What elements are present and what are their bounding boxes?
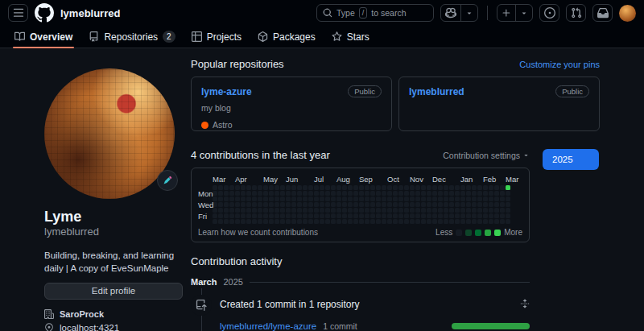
contribution-cell[interactable] [382, 197, 386, 201]
contribution-cell[interactable] [506, 213, 510, 218]
create-new-dropdown-caret[interactable] [515, 5, 532, 21]
pull-requests-button[interactable] [566, 4, 586, 22]
contribution-cell[interactable] [500, 191, 505, 196]
contribution-cell[interactable] [336, 191, 341, 196]
contribution-cell[interactable] [229, 197, 234, 201]
contribution-cell[interactable] [393, 219, 398, 224]
contribution-cell[interactable] [466, 219, 471, 224]
contribution-cell[interactable] [427, 202, 431, 207]
contribution-cell[interactable] [297, 202, 302, 207]
contribution-cell[interactable] [286, 197, 291, 201]
status-emoji-badge[interactable] [157, 170, 178, 191]
contribution-cell[interactable] [489, 202, 493, 207]
contribution-cell[interactable] [263, 202, 268, 207]
contribution-cell[interactable] [421, 202, 426, 207]
contribution-cell[interactable] [258, 185, 262, 190]
contribution-cell[interactable] [466, 197, 471, 201]
contribution-cell[interactable] [286, 213, 291, 218]
contribution-cell[interactable] [325, 202, 330, 207]
contribution-cell[interactable] [258, 197, 262, 201]
contribution-cell[interactable] [218, 213, 223, 218]
contribution-cell[interactable] [444, 191, 448, 196]
contribution-cell[interactable] [291, 213, 296, 218]
contribution-cell[interactable] [387, 197, 392, 201]
contribution-cell[interactable] [460, 202, 465, 207]
contribution-cell[interactable] [308, 208, 313, 213]
inbox-button[interactable] [592, 4, 613, 22]
contribution-cell[interactable] [280, 191, 285, 196]
contribution-cell[interactable] [224, 185, 229, 190]
contribution-cell[interactable] [398, 219, 403, 224]
contribution-cell[interactable] [506, 208, 510, 213]
contribution-cell[interactable] [308, 191, 313, 196]
contribution-cell[interactable] [359, 219, 364, 224]
edit-profile-button[interactable]: Edit profile [44, 283, 183, 300]
tab-stars[interactable]: Stars [324, 26, 378, 48]
contribution-cell[interactable] [348, 185, 353, 190]
contribution-cell[interactable] [398, 213, 403, 218]
contribution-cell[interactable] [269, 208, 274, 213]
contribution-cell[interactable] [393, 208, 398, 213]
contribution-cell[interactable] [506, 185, 510, 190]
contribution-cell[interactable] [438, 197, 443, 201]
contribution-cell[interactable] [314, 213, 319, 218]
contribution-cell[interactable] [421, 219, 426, 224]
contribution-cell[interactable] [252, 197, 257, 201]
contribution-cell[interactable] [348, 208, 353, 213]
contribution-cell[interactable] [320, 213, 324, 218]
contribution-cell[interactable] [308, 185, 313, 190]
contribution-cell[interactable] [303, 219, 308, 224]
contribution-cell[interactable] [258, 191, 262, 196]
contribution-cell[interactable] [241, 185, 246, 190]
contribution-cell[interactable] [275, 213, 279, 218]
contribution-cell[interactable] [359, 191, 364, 196]
tab-packages[interactable]: Packages [250, 26, 324, 48]
contribution-cell[interactable] [444, 208, 448, 213]
contribution-cell[interactable] [291, 202, 296, 207]
contribution-cell[interactable] [427, 185, 431, 190]
contribution-cell[interactable] [365, 219, 369, 224]
contribution-cell[interactable] [427, 191, 431, 196]
contribution-cell[interactable] [483, 197, 488, 201]
contribution-cell[interactable] [235, 185, 240, 190]
contribution-cell[interactable] [229, 213, 234, 218]
contribution-cell[interactable] [325, 191, 330, 196]
contribution-cell[interactable] [218, 197, 223, 201]
contribution-cell[interactable] [308, 219, 313, 224]
contribution-cell[interactable] [494, 219, 499, 224]
contribution-cell[interactable] [382, 213, 386, 218]
contribution-cell[interactable] [218, 202, 223, 207]
contribution-cell[interactable] [331, 202, 336, 207]
contribution-cell[interactable] [432, 197, 437, 201]
contribution-cell[interactable] [415, 213, 420, 218]
contribution-cell[interactable] [241, 202, 246, 207]
contribution-cell[interactable] [489, 208, 493, 213]
contribution-cell[interactable] [359, 213, 364, 218]
contribution-cell[interactable] [494, 185, 499, 190]
contribution-cell[interactable] [494, 208, 499, 213]
contribution-cell[interactable] [235, 202, 240, 207]
contribution-cell[interactable] [241, 213, 246, 218]
contribution-cell[interactable] [382, 191, 386, 196]
contribution-cell[interactable] [460, 191, 465, 196]
contribution-cell[interactable] [466, 208, 471, 213]
contribution-cell[interactable] [303, 213, 308, 218]
contribution-settings-dropdown[interactable]: Contribution settings [443, 151, 530, 160]
contribution-cell[interactable] [218, 185, 223, 190]
contribution-cell[interactable] [235, 191, 240, 196]
contribution-cell[interactable] [410, 202, 415, 207]
contribution-cell[interactable] [387, 185, 392, 190]
year-2025-button[interactable]: 2025 [543, 149, 599, 170]
contribution-cell[interactable] [432, 208, 437, 213]
contribution-cell[interactable] [229, 208, 234, 213]
contribution-cell[interactable] [213, 191, 217, 196]
contribution-cell[interactable] [421, 185, 426, 190]
contribution-cell[interactable] [466, 191, 471, 196]
contribution-cell[interactable] [404, 185, 409, 190]
contribution-cell[interactable] [263, 208, 268, 213]
contribution-cell[interactable] [404, 202, 409, 207]
contribution-cell[interactable] [466, 185, 471, 190]
contribution-cell[interactable] [365, 202, 369, 207]
contribution-cell[interactable] [258, 219, 262, 224]
contribution-cell[interactable] [398, 208, 403, 213]
